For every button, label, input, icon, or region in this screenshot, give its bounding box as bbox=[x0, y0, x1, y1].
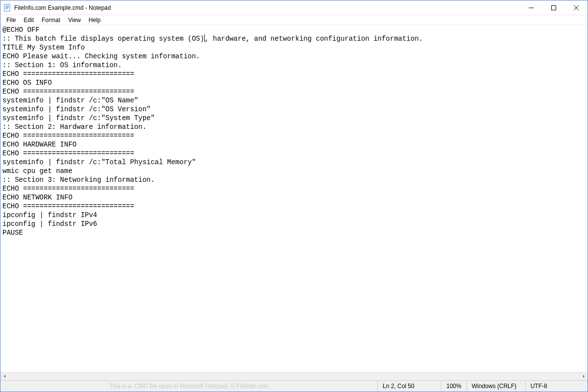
window-controls bbox=[520, 0, 588, 15]
statusbar: This is a .CMD file open in Microsoft No… bbox=[0, 380, 588, 392]
menu-file[interactable]: File bbox=[2, 16, 20, 24]
close-button[interactable] bbox=[565, 0, 588, 15]
scroll-right-icon[interactable] bbox=[579, 372, 588, 381]
status-line-ending: Windows (CRLF) bbox=[467, 381, 526, 392]
menu-edit[interactable]: Edit bbox=[20, 16, 38, 24]
titlebar: FileInfo.com Example.cmd - Notepad bbox=[0, 0, 588, 15]
status-watermark: This is a .CMD file open in Microsoft No… bbox=[0, 381, 378, 392]
menu-format[interactable]: Format bbox=[38, 16, 64, 24]
scroll-left-icon[interactable] bbox=[0, 372, 9, 381]
menu-view[interactable]: View bbox=[64, 16, 85, 24]
notepad-app-icon bbox=[3, 4, 11, 12]
status-encoding: UTF-8 bbox=[526, 381, 575, 392]
status-zoom: 100% bbox=[441, 381, 467, 392]
menubar: File Edit Format View Help bbox=[0, 15, 588, 25]
svg-marker-9 bbox=[4, 375, 5, 378]
editor-wrap: @ECHO OFF :: This batch file displays op… bbox=[0, 25, 588, 380]
maximize-button[interactable] bbox=[542, 0, 565, 15]
menu-help[interactable]: Help bbox=[85, 16, 105, 24]
svg-marker-10 bbox=[583, 375, 585, 378]
text-caret bbox=[204, 34, 205, 42]
minimize-button[interactable] bbox=[520, 0, 542, 15]
editor-line-after-caret: , hardware, and networking configuration… bbox=[205, 35, 423, 43]
editor-line: @ECHO OFF bbox=[2, 26, 40, 34]
horizontal-scrollbar[interactable] bbox=[0, 372, 588, 380]
status-position: Ln 2, Col 50 bbox=[378, 381, 441, 392]
svg-rect-6 bbox=[552, 5, 556, 10]
window-title: FileInfo.com Example.cmd - Notepad bbox=[14, 4, 111, 11]
editor-rest: TITLE My System Info ECHO Please wait...… bbox=[2, 44, 200, 237]
text-editor[interactable]: @ECHO OFF :: This batch file displays op… bbox=[0, 25, 588, 372]
editor-line-before-caret: :: This batch file displays operating sy… bbox=[2, 35, 204, 43]
